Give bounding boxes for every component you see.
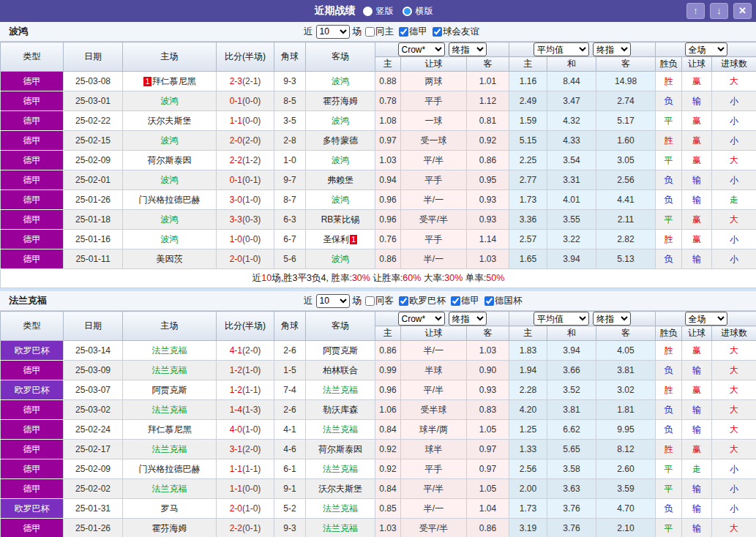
- same-venue-filter[interactable]: 同主: [362, 26, 394, 38]
- result-goals-cell: 大: [712, 519, 756, 537]
- corner-cell: 7-4: [274, 380, 306, 400]
- sub-header-handicap-result: 让球: [682, 326, 712, 341]
- home-team-cell: 波鸿: [123, 210, 217, 230]
- average-odds-cell: 3.36: [509, 210, 547, 230]
- col-header-away: 客场: [306, 42, 375, 72]
- move-down-button[interactable]: ↓: [710, 3, 728, 19]
- date-cell: 25-03-02: [64, 400, 123, 420]
- result-outcome-cell: 平: [656, 210, 682, 230]
- team-name: 法兰克福: [9, 294, 47, 307]
- score-cell: 1-1(1-1): [217, 459, 274, 479]
- company-odds-cell: 受半球: [401, 400, 467, 420]
- away-team-cell: 法兰克福: [306, 519, 375, 537]
- league-badge-cell: 德甲: [1, 91, 64, 111]
- horizontal-layout-radio[interactable]: [403, 7, 412, 16]
- average-odds-cell: 4.70: [596, 499, 656, 519]
- corner-cell: 9-1: [274, 479, 306, 499]
- average-odds-cell: 1.83: [509, 341, 547, 361]
- score-cell: 0-1(0-0): [217, 91, 274, 111]
- scope-select[interactable]: 全场: [685, 312, 727, 326]
- average-odds-cell: 8.12: [596, 440, 656, 459]
- same-venue-checkbox[interactable]: [365, 27, 375, 37]
- sub-header-handicap: 让球: [401, 57, 467, 72]
- result-handicap-cell: 赢: [682, 380, 712, 400]
- result-outcome-cell: 负: [656, 170, 682, 190]
- odds-company-select[interactable]: Crow*: [398, 42, 445, 56]
- match-row: 德甲25-02-02法兰克福1-1(0-0)9-1沃尔夫斯堡0.84平/半1.0…: [1, 479, 756, 499]
- league-checkbox[interactable]: [399, 296, 408, 306]
- sub-header-avg-draw: 和: [547, 57, 596, 72]
- company-odds-cell: 1.05: [467, 420, 509, 440]
- result-goals-cell: 大: [712, 210, 756, 230]
- league-filters: 德甲球会友谊: [395, 26, 481, 38]
- games-count-select[interactable]: 10: [316, 25, 350, 39]
- league-checkbox[interactable]: [484, 296, 494, 306]
- games-label: 场: [353, 26, 362, 38]
- league-checkbox[interactable]: [433, 27, 442, 37]
- scope-select[interactable]: 全场: [685, 42, 727, 56]
- league-filter[interactable]: 德甲: [447, 295, 479, 307]
- score-cell: 2-0(1-0): [217, 499, 274, 519]
- company-odds-cell: 1.14: [467, 230, 509, 249]
- odds-company-select[interactable]: Crow*: [398, 312, 445, 326]
- vertical-layout-label[interactable]: 竖版: [376, 5, 394, 18]
- filters: 近 10 场 同主 德甲球会友谊: [304, 22, 481, 41]
- away-team-cell: 波鸿: [306, 151, 375, 170]
- corner-cell: 5-6: [274, 249, 306, 269]
- date-cell: 25-02-22: [64, 111, 123, 131]
- company-odds-cell: 0.96: [375, 190, 401, 210]
- horizontal-layout-label[interactable]: 横版: [416, 5, 433, 18]
- match-row: 德甲25-01-26门兴格拉德巴赫3-0(1-0)8-7波鸿0.96半/一0.9…: [1, 190, 756, 210]
- league-filter[interactable]: 德国杯: [481, 295, 523, 307]
- result-outcome-cell: 平: [656, 479, 682, 499]
- same-venue-checkbox[interactable]: [365, 296, 375, 306]
- home-team-cell: 波鸿: [123, 230, 217, 249]
- score-cell: 4-0(1-0): [217, 420, 274, 440]
- average-select[interactable]: 平均值: [534, 42, 589, 56]
- league-badge-cell: 德甲: [1, 72, 64, 91]
- league-checkbox[interactable]: [451, 296, 460, 306]
- sub-header-handicap-result: 让球: [682, 57, 712, 72]
- score-cell: 1-2(1-1): [217, 380, 274, 400]
- same-venue-filter[interactable]: 同客: [362, 295, 394, 307]
- games-count-select[interactable]: 10: [316, 294, 350, 308]
- date-cell: 25-03-14: [64, 341, 123, 361]
- league-filter[interactable]: 球会友谊: [429, 26, 479, 38]
- corner-cell: 5-2: [274, 499, 306, 519]
- corner-cell: 6-3: [274, 210, 306, 230]
- result-goals-cell: 大: [712, 440, 756, 459]
- match-row: 德甲25-02-09荷尔斯泰因2-2(1-2)1-0波鸿1.03平/半0.862…: [1, 151, 756, 170]
- average-stage-select[interactable]: 终指: [593, 312, 631, 326]
- company-stage-select[interactable]: 终指: [449, 42, 487, 56]
- league-badge-cell: 欧罗巴杯: [1, 380, 64, 400]
- result-outcome-cell: 负: [656, 420, 682, 440]
- home-team-cell: 阿贾克斯: [123, 380, 217, 400]
- league-badge-cell: 欧罗巴杯: [1, 499, 64, 519]
- window-buttons: ↑ ↓ ✕: [686, 3, 752, 19]
- company-odds-cell: 0.86: [467, 519, 509, 537]
- home-team-cell: 门兴格拉德巴赫: [123, 190, 217, 210]
- average-odds-cell: 2.28: [509, 380, 547, 400]
- league-badge-cell: 德甲: [1, 479, 64, 499]
- league-checkbox[interactable]: [399, 27, 408, 37]
- match-row: 德甲25-02-01波鸿0-1(0-1)9-7弗赖堡0.94平手0.952.77…: [1, 170, 756, 190]
- score-cell: 1-2(1-0): [217, 361, 274, 380]
- company-odds-cell: 0.84: [375, 479, 401, 499]
- league-filter[interactable]: 德甲: [395, 26, 427, 38]
- home-team-cell: 荷尔斯泰因: [123, 151, 217, 170]
- close-button[interactable]: ✕: [733, 3, 752, 19]
- corner-cell: 6-1: [274, 459, 306, 479]
- company-odds-cell: 0.86: [467, 151, 509, 170]
- league-filter[interactable]: 欧罗巴杯: [395, 295, 446, 307]
- average-odds-cell: 3.81: [547, 400, 596, 420]
- vertical-layout-radio[interactable]: [363, 7, 373, 16]
- match-row: 德甲25-02-15波鸿2-0(2-0)2-8多特蒙德0.97受一球0.925.…: [1, 131, 756, 151]
- date-cell: 25-02-17: [64, 440, 123, 459]
- average-select[interactable]: 平均值: [534, 312, 589, 326]
- company-stage-select[interactable]: 终指: [449, 312, 487, 326]
- team-bar: 波鸿 近 10 场 同主 德甲球会友谊: [0, 22, 756, 42]
- move-up-button[interactable]: ↑: [686, 3, 705, 19]
- col-header-date: 日期: [64, 312, 123, 341]
- average-odds-cell: 3.76: [547, 499, 596, 519]
- average-stage-select[interactable]: 终指: [593, 42, 631, 56]
